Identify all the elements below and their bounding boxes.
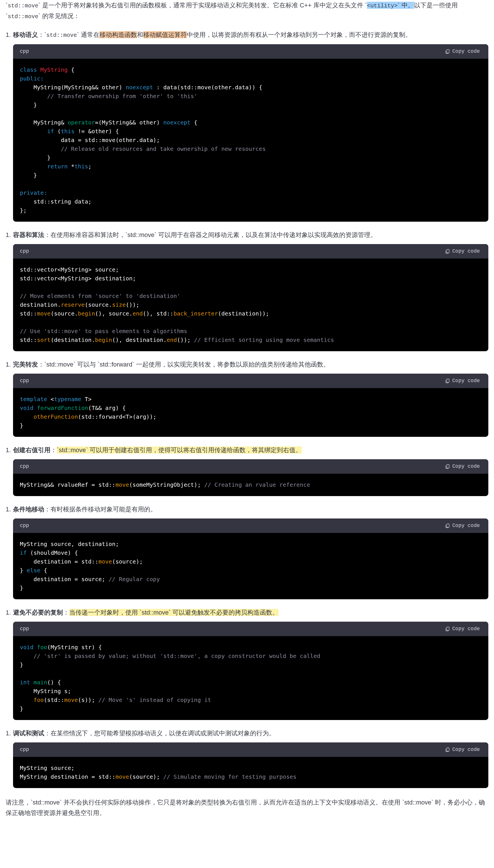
svg-rect-4 (446, 524, 449, 527)
clipboard-icon (445, 49, 450, 54)
intro-paragraph: `std::move` 是一个用于将对象转换为右值引用的函数模板，通常用于实现移… (6, 0, 488, 22)
clipboard-icon (445, 626, 450, 631)
code-header: cpp Copy code (13, 622, 488, 636)
clipboard-icon (445, 249, 450, 254)
svg-rect-5 (446, 627, 449, 630)
code-block: cpp Copy code std::vector<MyString> sour… (13, 244, 488, 351)
code-inline: std::move (8, 13, 38, 20)
copy-code-button[interactable]: Copy code (443, 746, 481, 753)
section-title: 完美转发 (13, 361, 38, 368)
section-title: 移动语义 (13, 31, 38, 38)
copy-code-button[interactable]: Copy code (443, 248, 481, 254)
section-desc: ：在某些情况下，您可能希望模拟移动语义，以便在调试或测试中测试对象的行为。 (44, 730, 275, 737)
section-desc: ：在使用标准容器和算法时，`std::move` 可以用于在容器之间移动元素，以… (44, 231, 377, 238)
copy-code-button[interactable]: Copy code (443, 463, 481, 470)
section-create-rvalue-ref: 创建右值引用：`std::move` 可以用于创建右值引用，使得可以将右值引用传… (6, 445, 488, 496)
code-content: std::vector<MyString> source; std::vecto… (13, 258, 488, 351)
code-lang-label: cpp (20, 376, 29, 385)
section-title: 容器和算法 (13, 231, 44, 238)
copy-code-button[interactable]: Copy code (443, 626, 481, 632)
clipboard-icon (445, 747, 450, 752)
code-header: cpp Copy code (13, 518, 488, 533)
clipboard-icon (445, 464, 450, 469)
code-header: cpp Copy code (13, 44, 488, 59)
code-block: cpp Copy code MyString source; MyString … (13, 743, 488, 788)
section-debug-test: 调试和测试：在某些情况下，您可能希望模拟移动语义，以便在调试或测试中测试对象的行… (6, 728, 488, 788)
section-avoid-copy: 避免不必要的复制：当传递一个对象时，使用 `std::move` 可以避免触发不… (6, 607, 488, 720)
code-content: MyString source, destination; if (should… (13, 533, 488, 599)
code-block: cpp Copy code template <typename T> void… (13, 374, 488, 437)
copy-code-button[interactable]: Copy code (443, 48, 481, 55)
section-containers-algorithms: 容器和算法：在使用标准容器和算法时，`std::move` 可以用于在容器之间移… (6, 230, 488, 351)
code-content: template <typename T> void forwardFuncti… (13, 388, 488, 437)
section-conditional-move: 条件地移动：有时根据条件移动对象可能是有用的。 cpp Copy code My… (6, 504, 488, 599)
section-desc: ：`std::move` 可以与 `std::forward` 一起使用，以实现… (38, 361, 329, 368)
article-content: `std::move` 是一个用于将对象转换为右值引用的函数模板，通常用于实现移… (0, 0, 494, 831)
code-block: cpp Copy code void foo(MyString str) { /… (13, 622, 488, 720)
code-block: cpp Copy code MyString source, destinati… (13, 518, 488, 599)
clipboard-icon (445, 378, 450, 383)
svg-rect-3 (446, 465, 449, 468)
svg-rect-2 (446, 379, 449, 382)
code-content: MyString&& rvalueRef = std::move(someMyS… (13, 474, 488, 496)
section-title: 创建右值引用 (13, 447, 51, 454)
svg-rect-6 (446, 748, 449, 751)
code-inline: std::move (8, 3, 38, 9)
code-header: cpp Copy code (13, 743, 488, 757)
code-header: cpp Copy code (13, 244, 488, 258)
section-title: 避免不必要的复制 (13, 609, 63, 616)
code-header: cpp Copy code (13, 374, 488, 388)
section-move-semantics: 移动语义：`std::move` 通常在移动构造函数和移动赋值运算符中使用，以将… (6, 29, 488, 222)
code-content: class MyString { public: MyString(MyStri… (13, 59, 488, 222)
outro-paragraph: 请注意，`std::move` 并不会执行任何实际的移动操作，它只是将对象的类型… (6, 797, 488, 818)
svg-rect-0 (446, 50, 449, 53)
code-lang-label: cpp (20, 625, 29, 633)
code-lang-label: cpp (20, 247, 29, 256)
code-lang-label: cpp (20, 745, 29, 754)
section-list: 移动语义：`std::move` 通常在移动构造函数和移动赋值运算符中使用，以将… (6, 29, 488, 788)
section-perfect-forwarding: 完美转发：`std::move` 可以与 `std::forward` 一起使用… (6, 359, 488, 437)
copy-code-button[interactable]: Copy code (443, 378, 481, 384)
code-lang-label: cpp (20, 521, 29, 530)
section-desc: `std::move` 可以用于创建右值引用，使得可以将右值引用传递给函数，将其… (57, 447, 302, 454)
section-title: 调试和测试 (13, 730, 44, 737)
section-title: 条件地移动 (13, 506, 44, 513)
code-lang-label: cpp (20, 47, 29, 56)
code-block: cpp Copy code MyString&& rvalueRef = std… (13, 459, 488, 496)
code-content: void foo(MyString str) { // 'str' is pas… (13, 636, 488, 720)
code-inline: <utility> (367, 3, 398, 9)
code-lang-label: cpp (20, 462, 29, 471)
section-desc: ：`std::move` 通常在移动构造函数和移动赋值运算符中使用，以将资源的所… (38, 31, 412, 38)
code-header: cpp Copy code (13, 459, 488, 474)
code-content: MyString source; MyString destination = … (13, 757, 488, 788)
code-block: cpp Copy code class MyString { public: M… (13, 44, 488, 222)
copy-code-button[interactable]: Copy code (443, 522, 481, 529)
section-desc: ：有时根据条件移动对象可能是有用的。 (44, 506, 156, 513)
clipboard-icon (445, 523, 450, 528)
section-desc: 当传递一个对象时，使用 `std::move` 可以避免触发不必要的拷贝构造函数… (69, 609, 279, 616)
svg-rect-1 (446, 250, 449, 253)
